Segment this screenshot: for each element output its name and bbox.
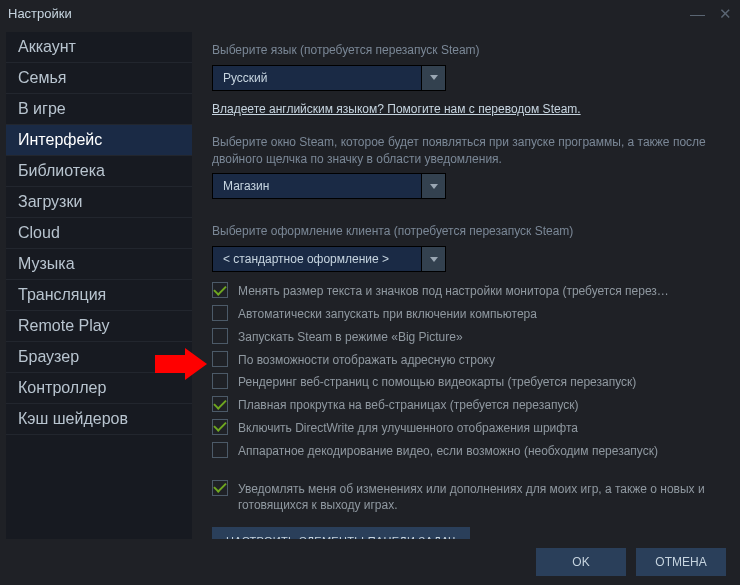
checkbox-label-7: Аппаратное декодирование видео, если воз… bbox=[238, 442, 658, 460]
startup-window-dropdown-button[interactable] bbox=[422, 173, 446, 199]
checkbox-row-5: Плавная прокрутка на веб-страницах (треб… bbox=[212, 396, 716, 414]
checkbox-0[interactable] bbox=[212, 282, 228, 298]
sidebar-item-0[interactable]: Аккаунт bbox=[6, 32, 192, 63]
chevron-down-icon bbox=[430, 75, 438, 80]
notify-checkbox-label: Уведомлять меня об изменениях или дополн… bbox=[238, 480, 716, 515]
sidebar-item-4[interactable]: Библиотека bbox=[6, 156, 192, 187]
translate-link[interactable]: Владеете английским языком? Помогите нам… bbox=[212, 102, 581, 116]
checkbox-7[interactable] bbox=[212, 442, 228, 458]
chevron-down-icon bbox=[430, 257, 438, 262]
checkbox-label-5: Плавная прокрутка на веб-страницах (треб… bbox=[238, 396, 579, 414]
sidebar-item-11[interactable]: Контроллер bbox=[6, 373, 192, 404]
startup-window-label: Выберите окно Steam, которое будет появл… bbox=[212, 134, 716, 168]
checkbox-row-3: По возможности отображать адресную строк… bbox=[212, 351, 716, 369]
ok-button[interactable]: OK bbox=[536, 548, 626, 576]
checkbox-6[interactable] bbox=[212, 419, 228, 435]
skin-label: Выберите оформление клиента (потребуется… bbox=[212, 223, 716, 240]
skin-dropdown[interactable]: < стандартное оформление > bbox=[212, 246, 716, 272]
titlebar: Настройки — ✕ bbox=[0, 0, 740, 26]
checkbox-label-2: Запускать Steam в режиме «Big Picture» bbox=[238, 328, 463, 346]
sidebar-item-1[interactable]: Семья bbox=[6, 63, 192, 94]
startup-window-dropdown[interactable]: Магазин bbox=[212, 173, 716, 199]
skin-dropdown-button[interactable] bbox=[422, 246, 446, 272]
checkbox-row-6: Включить DirectWrite для улучшенного ото… bbox=[212, 419, 716, 437]
footer: OK ОТМЕНА bbox=[0, 539, 740, 585]
checkbox-label-4: Рендеринг веб-страниц с помощью видеокар… bbox=[238, 373, 636, 391]
main-panel: Выберите язык (потребуется перезапуск St… bbox=[198, 32, 734, 539]
sidebar: АккаунтСемьяВ игреИнтерфейсБиблиотекаЗаг… bbox=[6, 32, 192, 539]
language-label: Выберите язык (потребуется перезапуск St… bbox=[212, 42, 716, 59]
settings-window: Настройки — ✕ АккаунтСемьяВ игреИнтерфей… bbox=[0, 0, 740, 585]
checkbox-1[interactable] bbox=[212, 305, 228, 321]
close-button[interactable]: ✕ bbox=[719, 6, 732, 21]
chevron-down-icon bbox=[430, 184, 438, 189]
checkbox-2[interactable] bbox=[212, 328, 228, 344]
sidebar-item-9[interactable]: Remote Play bbox=[6, 311, 192, 342]
titlebar-buttons: — ✕ bbox=[690, 6, 732, 21]
checkbox-3[interactable] bbox=[212, 351, 228, 367]
checkbox-label-0: Менять размер текста и значков под настр… bbox=[238, 282, 669, 300]
checkbox-label-3: По возможности отображать адресную строк… bbox=[238, 351, 495, 369]
sidebar-item-3[interactable]: Интерфейс bbox=[6, 125, 192, 156]
checkbox-row-1: Автоматически запускать при включении ко… bbox=[212, 305, 716, 323]
checkbox-row-2: Запускать Steam в режиме «Big Picture» bbox=[212, 328, 716, 346]
sidebar-item-7[interactable]: Музыка bbox=[6, 249, 192, 280]
startup-window-value: Магазин bbox=[212, 173, 422, 199]
checkbox-4[interactable] bbox=[212, 373, 228, 389]
sidebar-item-10[interactable]: Браузер bbox=[6, 342, 192, 373]
language-dropdown[interactable]: Русский bbox=[212, 65, 716, 91]
checkbox-row-4: Рендеринг веб-страниц с помощью видеокар… bbox=[212, 373, 716, 391]
checkbox-row-7: Аппаратное декодирование видео, если воз… bbox=[212, 442, 716, 460]
checkbox-label-1: Автоматически запускать при включении ко… bbox=[238, 305, 537, 323]
minimize-button[interactable]: — bbox=[690, 6, 705, 21]
sidebar-item-6[interactable]: Cloud bbox=[6, 218, 192, 249]
sidebar-item-12[interactable]: Кэш шейдеров bbox=[6, 404, 192, 435]
taskbar-settings-button[interactable]: НАСТРОИТЬ ЭЛЕМЕНТЫ ПАНЕЛИ ЗАДАЧ bbox=[212, 527, 470, 539]
language-dropdown-button[interactable] bbox=[422, 65, 446, 91]
sidebar-item-2[interactable]: В игре bbox=[6, 94, 192, 125]
cancel-button[interactable]: ОТМЕНА bbox=[636, 548, 726, 576]
notify-checkbox-row: Уведомлять меня об изменениях или дополн… bbox=[212, 480, 716, 515]
checkbox-5[interactable] bbox=[212, 396, 228, 412]
checkbox-group: Менять размер текста и значков под настр… bbox=[212, 282, 716, 459]
checkbox-row-0: Менять размер текста и значков под настр… bbox=[212, 282, 716, 300]
window-title: Настройки bbox=[8, 6, 690, 21]
checkbox-label-6: Включить DirectWrite для улучшенного ото… bbox=[238, 419, 578, 437]
sidebar-item-5[interactable]: Загрузки bbox=[6, 187, 192, 218]
notify-checkbox[interactable] bbox=[212, 480, 228, 496]
window-body: АккаунтСемьяВ игреИнтерфейсБиблиотекаЗаг… bbox=[0, 26, 740, 539]
sidebar-item-8[interactable]: Трансляция bbox=[6, 280, 192, 311]
skin-value: < стандартное оформление > bbox=[212, 246, 422, 272]
language-value: Русский bbox=[212, 65, 422, 91]
